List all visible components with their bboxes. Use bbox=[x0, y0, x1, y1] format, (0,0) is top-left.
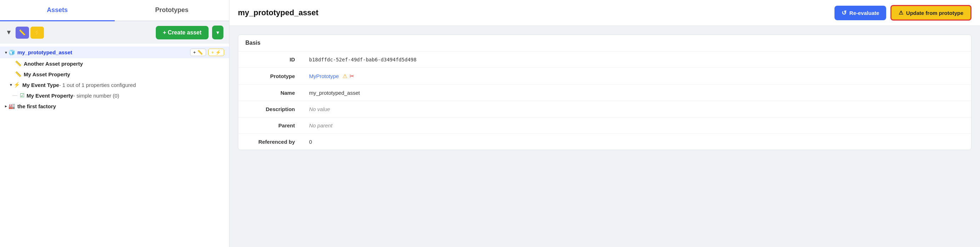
field-value-referenced-by: 0 bbox=[302, 134, 971, 150]
ruler-icon: 📏 bbox=[15, 60, 22, 67]
field-value-prototype: MyPrototype ⚠ ✂ bbox=[302, 68, 971, 85]
factory-icon: 🏭 bbox=[8, 103, 15, 109]
re-evaluate-button[interactable]: ↺ Re-evaluate bbox=[835, 6, 886, 20]
right-content: Basis ID b18dffdc-52ef-49df-bab6-d3494fd… bbox=[229, 26, 980, 247]
connector-h-icon bbox=[13, 95, 18, 96]
field-label-description: Description bbox=[238, 101, 302, 117]
tree-item-my-event-property[interactable]: ☑ My Event Property - simple number (0) bbox=[0, 90, 229, 101]
tab-prototypes[interactable]: Prototypes bbox=[115, 0, 229, 21]
ruler-filter-btn[interactable]: 📏 bbox=[16, 27, 29, 38]
update-label: Update from prototype bbox=[906, 10, 963, 16]
field-value-parent: No parent bbox=[302, 117, 971, 134]
toolbar: ▼ 📏 ⚡ + Create asset ▾ bbox=[0, 21, 229, 44]
basis-card: Basis ID b18dffdc-52ef-49df-bab6-d3494fd… bbox=[238, 34, 972, 150]
tree-item-my-event-type[interactable]: ▾ ⚡ My Event Type - 1 out of 1 propertie… bbox=[0, 80, 229, 90]
chevron-down-icon: ▾ bbox=[5, 50, 7, 55]
chevron-right-icon: ▸ bbox=[5, 104, 7, 109]
right-header: my_prototyped_asset ↺ Re-evaluate ⚠ Upda… bbox=[229, 0, 980, 26]
warning-icon: ⚠ bbox=[899, 10, 903, 16]
field-value-description: No value bbox=[302, 101, 971, 117]
right-panel: my_prototyped_asset ↺ Re-evaluate ⚠ Upda… bbox=[229, 0, 980, 247]
tab-bar: Assets Prototypes bbox=[0, 0, 229, 21]
field-label-name: Name bbox=[238, 85, 302, 101]
update-from-prototype-button[interactable]: ⚠ Update from prototype bbox=[891, 5, 972, 21]
field-value-id: b18dffdc-52ef-49df-bab6-d3494fd5d498 bbox=[302, 51, 971, 68]
unlink-icon[interactable]: ✂ bbox=[350, 73, 354, 80]
tree-item-meta: - 1 out of 1 properties configured bbox=[59, 82, 136, 88]
basis-card-header: Basis bbox=[238, 35, 971, 51]
tree-item-another-asset-property[interactable]: 📏 Another Asset property bbox=[0, 58, 229, 69]
table-row: Description No value bbox=[238, 101, 971, 117]
lightning-icon: ⚡ bbox=[13, 82, 20, 88]
table-row: ID b18dffdc-52ef-49df-bab6-d3494fd5d498 bbox=[238, 51, 971, 68]
tree-item-first-factory[interactable]: ▸ 🏭 the first factory bbox=[0, 101, 229, 111]
filter-icon[interactable]: ▼ bbox=[6, 29, 12, 36]
add-ruler-btn[interactable]: + 📏 bbox=[190, 49, 206, 56]
table-row: Prototype MyPrototype ⚠ ✂ bbox=[238, 68, 971, 85]
refresh-icon: ↺ bbox=[842, 9, 846, 17]
icon-btn-group: 📏 ⚡ bbox=[16, 27, 44, 38]
indent-spacer bbox=[5, 95, 20, 96]
chevron-down-icon: ▾ bbox=[10, 82, 12, 87]
field-label-id: ID bbox=[238, 51, 302, 68]
reeval-label: Re-evaluate bbox=[850, 10, 879, 16]
create-asset-dropdown[interactable]: ▾ bbox=[212, 26, 223, 39]
page-title: my_prototyped_asset bbox=[238, 8, 830, 18]
tab-assets[interactable]: Assets bbox=[0, 0, 115, 21]
checkbox-icon: ☑ bbox=[20, 92, 24, 99]
tree-item-label: My Event Property bbox=[27, 93, 73, 99]
field-label-parent: Parent bbox=[238, 117, 302, 134]
tree-item-my-prototyped-asset[interactable]: ▾ 🧊 my_prototyped_asset + 📏 + ⚡ bbox=[0, 47, 229, 58]
warning-icon: ⚠ bbox=[342, 73, 347, 80]
tree-item-my-asset-property[interactable]: 📏 My Asset Property bbox=[0, 69, 229, 80]
field-value-name: my_prototyped_asset bbox=[302, 85, 971, 101]
field-label-referenced-by: Referenced by bbox=[238, 134, 302, 150]
field-label-prototype: Prototype bbox=[238, 68, 302, 85]
ruler-icon: 📏 bbox=[15, 71, 22, 77]
prototype-icons: ⚠ ✂ bbox=[342, 73, 354, 80]
table-row: Referenced by 0 bbox=[238, 134, 971, 150]
table-row: Parent No parent bbox=[238, 117, 971, 134]
prototype-link[interactable]: MyPrototype bbox=[309, 73, 339, 79]
table-row: Name my_prototyped_asset bbox=[238, 85, 971, 101]
tree-item-label: my_prototyped_asset bbox=[18, 49, 72, 55]
row-actions: + 📏 + ⚡ bbox=[190, 49, 224, 56]
tree-item-label: Another Asset property bbox=[24, 61, 83, 67]
lightning-filter-btn[interactable]: ⚡ bbox=[30, 27, 44, 38]
asset-tree: ▾ 🧊 my_prototyped_asset + 📏 + ⚡ 📏 Anothe… bbox=[0, 44, 229, 247]
tree-item-meta: - simple number (0) bbox=[73, 93, 119, 99]
tree-item-label: My Event Type bbox=[22, 82, 59, 88]
create-asset-button[interactable]: + Create asset bbox=[156, 26, 208, 39]
field-table: ID b18dffdc-52ef-49df-bab6-d3494fd5d498 … bbox=[238, 51, 971, 150]
tree-item-label: the first factory bbox=[18, 103, 56, 109]
tree-item-label: My Asset Property bbox=[24, 71, 70, 77]
cube-icon: 🧊 bbox=[8, 49, 15, 56]
add-lightning-btn[interactable]: + ⚡ bbox=[208, 49, 224, 56]
left-panel: Assets Prototypes ▼ 📏 ⚡ + Create asset ▾… bbox=[0, 0, 229, 247]
